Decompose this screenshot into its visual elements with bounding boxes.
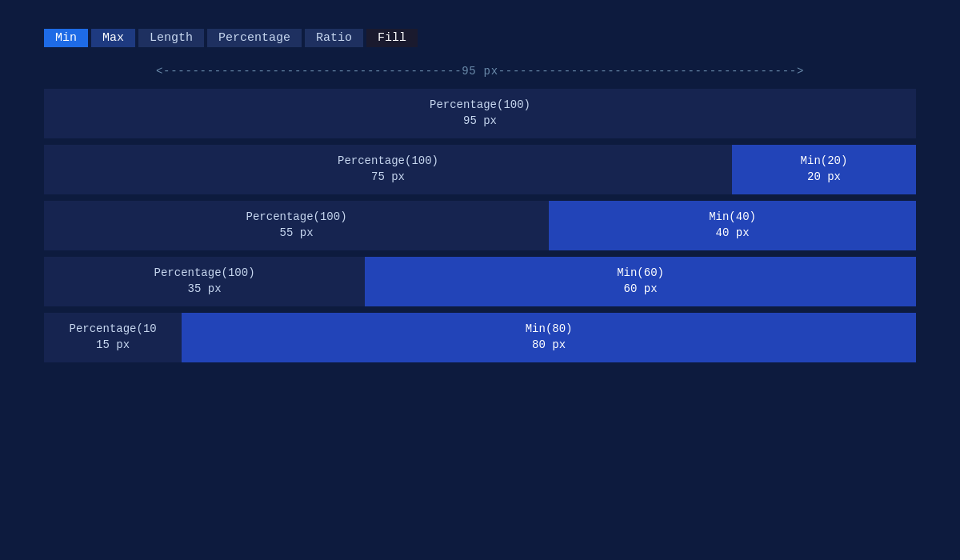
bar-percentage-0: Percentage(100)95 px xyxy=(44,89,916,138)
tabs-row: MinMaxLengthPercentageRatioFill xyxy=(44,29,916,47)
bar-percentage-4: Percentage(1015 px xyxy=(44,313,182,362)
ruler: <---------------------------------------… xyxy=(44,65,916,78)
tab-length[interactable]: Length xyxy=(138,29,204,47)
bar-min-4: Min(80)80 px xyxy=(182,313,916,362)
bar-min-3: Min(60)60 px xyxy=(365,257,916,306)
bar-min-1: Min(20)20 px xyxy=(732,145,916,194)
header: MinMaxLengthPercentageRatioFill xyxy=(0,0,960,55)
bar-min-2: Min(40)40 px xyxy=(549,201,916,250)
tab-max[interactable]: Max xyxy=(91,29,135,47)
bar-percentage-3: Percentage(100)35 px xyxy=(44,257,365,306)
bars-container: Percentage(100)95 pxPercentage(100)75 px… xyxy=(0,89,960,362)
bar-row-3: Percentage(100)35 pxMin(60)60 px xyxy=(44,257,916,306)
tab-ratio[interactable]: Ratio xyxy=(305,29,363,47)
bar-percentage-1: Percentage(100)75 px xyxy=(44,145,732,194)
tab-percentage[interactable]: Percentage xyxy=(207,29,302,47)
bar-percentage-2: Percentage(100)55 px xyxy=(44,201,549,250)
bar-row-0: Percentage(100)95 px xyxy=(44,89,916,138)
tab-min[interactable]: Min xyxy=(44,29,88,47)
bar-row-4: Percentage(1015 pxMin(80)80 px xyxy=(44,313,916,362)
tab-fill[interactable]: Fill xyxy=(366,29,418,47)
bar-row-2: Percentage(100)55 pxMin(40)40 px xyxy=(44,201,916,250)
bar-row-1: Percentage(100)75 pxMin(20)20 px xyxy=(44,145,916,194)
